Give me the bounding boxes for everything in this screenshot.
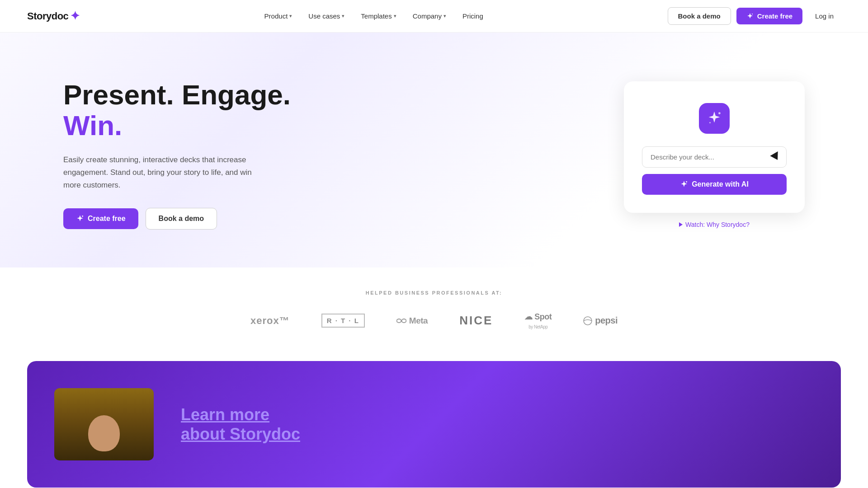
login-button[interactable]: Log in (808, 8, 841, 24)
navbar: Storydoc✦ Product ▾ Use cases ▾ Template… (0, 0, 868, 33)
chevron-down-icon: ▾ (394, 13, 396, 19)
video-title: Learn more about Storydoc (181, 405, 300, 444)
trusted-section: HELPED BUSINESS PROFESSIONALS AT: xerox™… (0, 267, 868, 347)
logo-nice: NICE (459, 314, 493, 328)
ai-input-area: Cr Generate with AI (642, 146, 787, 195)
chevron-down-icon: ▾ (289, 13, 292, 19)
nav-use-cases[interactable]: Use cases ▾ (302, 9, 351, 23)
ai-card: Cr Generate with AI (624, 81, 805, 213)
video-person-image (54, 388, 154, 460)
create-free-button[interactable]: Create free (736, 8, 802, 24)
hero-left: Present. Engage. Win. Easily create stun… (63, 80, 291, 230)
logo-row: xerox™ R · T · L Meta NICE ☁ Spot by Net… (27, 312, 841, 329)
chevron-down-icon: ▾ (443, 13, 446, 19)
person-head (88, 415, 120, 451)
video-text: Learn more about Storydoc (181, 405, 300, 444)
sparkle-icon (76, 215, 84, 223)
generate-with-ai-button[interactable]: Generate with AI (642, 174, 787, 195)
chevron-down-icon: ▾ (342, 13, 344, 19)
logo-symbol: ✦ (70, 9, 80, 23)
ai-sparkle-icon (706, 110, 723, 127)
hero-book-demo-button[interactable]: Book a demo (146, 208, 217, 230)
nav-company[interactable]: Company ▾ (406, 9, 453, 23)
logo-text: Storydoc (27, 10, 68, 22)
pepsi-logo-icon (583, 316, 592, 325)
ai-input-row: Cr (642, 146, 787, 168)
logo-pepsi: pepsi (583, 315, 618, 326)
logo-meta: Meta (396, 316, 428, 326)
svg-point-5 (396, 319, 401, 323)
nav-actions: Book a demo Create free Log in (668, 7, 841, 25)
hero-buttons: Create free Book a demo (63, 208, 291, 230)
logo[interactable]: Storydoc✦ (27, 9, 80, 23)
nav-templates[interactable]: Templates ▾ (354, 9, 402, 23)
hero-create-free-button[interactable]: Create free (63, 208, 138, 229)
book-demo-button[interactable]: Book a demo (668, 7, 731, 25)
watch-link[interactable]: Watch: Why Storydoc? (624, 221, 805, 228)
hero-section: Present. Engage. Win. Easily create stun… (0, 33, 868, 267)
svg-point-0 (752, 14, 753, 14)
logo-xerox: xerox™ (250, 315, 290, 327)
sparkle-icon (680, 180, 688, 188)
video-thumbnail[interactable] (54, 388, 154, 460)
sparkle-icon (746, 13, 754, 20)
ai-text-input[interactable]: Cr (642, 146, 787, 168)
video-section: Learn more about Storydoc (27, 361, 841, 488)
nav-pricing[interactable]: Pricing (456, 9, 490, 23)
svg-point-4 (686, 181, 687, 183)
ai-icon-container (699, 103, 730, 134)
svg-point-6 (401, 319, 406, 323)
svg-point-7 (584, 317, 592, 325)
play-icon (679, 222, 683, 227)
svg-point-1 (82, 216, 83, 217)
hero-title: Present. Engage. Win. (63, 80, 291, 141)
hero-description: Easily create stunning, interactive deck… (63, 154, 271, 192)
nav-links: Product ▾ Use cases ▾ Templates ▾ Compan… (258, 9, 490, 23)
svg-point-3 (709, 122, 711, 123)
logo-spot: ☁ Spot by NetApp (524, 312, 552, 329)
svg-point-2 (718, 112, 721, 114)
nav-product[interactable]: Product ▾ (258, 9, 299, 23)
trusted-label: HELPED BUSINESS PROFESSIONALS AT: (27, 290, 841, 296)
hero-right: Cr Generate with AI Watch: Why Storydoc? (624, 81, 805, 228)
meta-logo-icon (396, 318, 406, 324)
logo-rtl: R · T · L (321, 314, 365, 328)
